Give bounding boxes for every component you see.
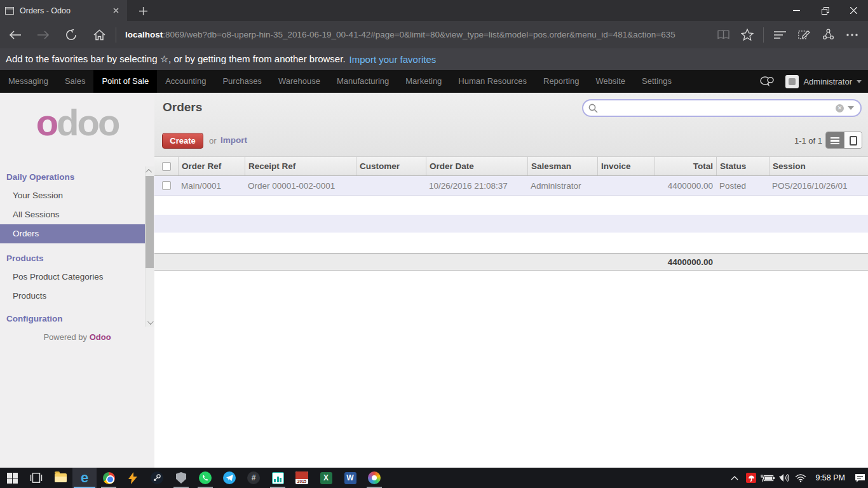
scroll-up-icon[interactable] bbox=[146, 166, 154, 175]
dark-app-button[interactable]: # bbox=[241, 468, 266, 488]
sidebar-item-your-session[interactable]: Your Session bbox=[0, 186, 146, 205]
menu-sales[interactable]: Sales bbox=[57, 70, 94, 93]
sidebar-item-pos-product-categories[interactable]: Pos Product Categories bbox=[0, 268, 146, 287]
menu-accounting[interactable]: Accounting bbox=[157, 70, 214, 93]
messages-icon[interactable] bbox=[760, 76, 774, 87]
battery-icon[interactable] bbox=[759, 468, 776, 488]
or-label: or bbox=[209, 136, 217, 146]
table-row[interactable]: Main/0001 Order 00001-002-0001 10/26/201… bbox=[154, 176, 868, 196]
menu-point-of-sale[interactable]: Point of Sale bbox=[93, 70, 157, 93]
volume-icon[interactable] bbox=[776, 468, 792, 488]
cell-receipt-ref[interactable]: Order 00001-002-0001 bbox=[245, 176, 356, 195]
menu-messaging[interactable]: Messaging bbox=[0, 70, 57, 93]
share-icon[interactable] bbox=[816, 24, 840, 46]
cell-total[interactable]: 4400000.00 bbox=[654, 176, 716, 195]
menu-purchases[interactable]: Purchases bbox=[214, 70, 269, 93]
web-note-icon[interactable] bbox=[792, 24, 816, 46]
col-customer[interactable]: Customer bbox=[356, 157, 426, 175]
cell-order-ref[interactable]: Main/0001 bbox=[178, 176, 245, 195]
whatsapp-button[interactable] bbox=[193, 468, 217, 488]
list-view-button[interactable] bbox=[826, 132, 844, 149]
media-player-button[interactable] bbox=[121, 468, 145, 488]
hub-icon[interactable] bbox=[768, 24, 792, 46]
select-all-checkbox[interactable] bbox=[154, 157, 178, 175]
odoo-brand: Odoo bbox=[90, 332, 111, 342]
action-center-icon[interactable] bbox=[851, 468, 868, 488]
minimize-button[interactable] bbox=[782, 0, 811, 21]
chart-app-button[interactable] bbox=[266, 468, 290, 488]
browser-tab[interactable]: Orders - Odoo bbox=[0, 0, 127, 21]
file-explorer-button[interactable] bbox=[48, 468, 72, 488]
sidebar-scrollbar[interactable] bbox=[145, 166, 154, 327]
col-status[interactable]: Status bbox=[716, 157, 769, 175]
chrome-taskbar-button[interactable] bbox=[97, 468, 121, 488]
task-view-button[interactable] bbox=[24, 468, 48, 488]
search-clear-icon[interactable]: ✕ bbox=[836, 104, 844, 112]
cell-status[interactable]: Posted bbox=[716, 176, 769, 195]
menu-manufacturing[interactable]: Manufacturing bbox=[329, 70, 397, 93]
restore-button[interactable] bbox=[811, 0, 839, 21]
menu-website[interactable]: Website bbox=[587, 70, 634, 93]
tray-expand-icon[interactable] bbox=[726, 468, 743, 488]
table-row-empty bbox=[154, 215, 868, 233]
sidebar-item-products[interactable]: Products bbox=[0, 287, 146, 306]
col-total[interactable]: Total bbox=[654, 157, 716, 175]
home-icon[interactable] bbox=[86, 24, 112, 46]
avira-tray-button[interactable] bbox=[743, 468, 759, 488]
menu-warehouse[interactable]: Warehouse bbox=[270, 70, 329, 93]
col-receipt-ref[interactable]: Receipt Ref bbox=[245, 157, 356, 175]
import-favorites-link[interactable]: Import your favorites bbox=[349, 54, 437, 65]
start-button[interactable] bbox=[0, 468, 24, 488]
more-icon[interactable] bbox=[840, 24, 864, 46]
cell-order-date[interactable]: 10/26/2016 21:08:37 bbox=[426, 176, 527, 195]
reading-view-icon[interactable] bbox=[711, 24, 735, 46]
menu-human-resources[interactable]: Human Resources bbox=[450, 70, 535, 93]
wifi-icon[interactable] bbox=[792, 468, 809, 488]
scrollbar-thumb[interactable] bbox=[146, 176, 154, 268]
menu-settings[interactable]: Settings bbox=[634, 70, 680, 93]
new-tab-icon[interactable] bbox=[136, 4, 150, 18]
taskbar-clock[interactable]: 9:58 PM bbox=[809, 473, 851, 482]
user-menu[interactable]: Administrator bbox=[803, 77, 852, 86]
close-button[interactable] bbox=[839, 0, 868, 21]
url-field[interactable]: localhost:8069/web?db=o8-uperp-hin-35_20… bbox=[120, 30, 711, 39]
lightning-icon bbox=[128, 472, 137, 484]
paint-app-button[interactable] bbox=[362, 468, 386, 488]
cell-invoice[interactable] bbox=[597, 176, 654, 195]
telegram-button[interactable] bbox=[217, 468, 241, 488]
powered-by: Powered by Odoo bbox=[0, 332, 154, 342]
tab-close-icon[interactable] bbox=[109, 4, 122, 17]
favorites-star-icon[interactable] bbox=[735, 24, 759, 46]
col-salesman[interactable]: Salesman bbox=[527, 157, 597, 175]
row-checkbox[interactable] bbox=[154, 176, 178, 195]
whatsapp-icon bbox=[199, 471, 212, 484]
col-invoice[interactable]: Invoice bbox=[597, 157, 654, 175]
refresh-icon[interactable] bbox=[58, 24, 84, 46]
back-icon[interactable] bbox=[3, 24, 28, 46]
tab-title: Orders - Odoo bbox=[20, 6, 109, 15]
steam-button[interactable] bbox=[145, 468, 169, 488]
office-2015-button[interactable]: 2015 bbox=[290, 468, 314, 488]
shield-app-button[interactable] bbox=[169, 468, 193, 488]
word-button[interactable]: W bbox=[338, 468, 362, 488]
col-order-date[interactable]: Order Date bbox=[426, 157, 527, 175]
cell-customer[interactable] bbox=[356, 176, 426, 195]
sidebar-item-all-sessions[interactable]: All Sessions bbox=[0, 205, 146, 224]
cell-salesman[interactable]: Administrator bbox=[527, 176, 597, 195]
sidebar-item-orders[interactable]: Orders bbox=[0, 224, 146, 243]
excel-button[interactable]: X bbox=[314, 468, 338, 488]
kanban-view-button[interactable] bbox=[844, 132, 862, 149]
scroll-down-icon[interactable] bbox=[146, 318, 154, 327]
menu-reporting[interactable]: Reporting bbox=[535, 70, 587, 93]
menu-marketing[interactable]: Marketing bbox=[397, 70, 450, 93]
import-link[interactable]: Import bbox=[220, 135, 247, 145]
cell-session[interactable]: POS/2016/10/26/01 bbox=[769, 176, 868, 195]
forward-icon[interactable] bbox=[31, 24, 56, 46]
col-order-ref[interactable]: Order Ref bbox=[178, 157, 245, 175]
search-input[interactable] bbox=[602, 104, 836, 113]
edge-taskbar-button[interactable]: e bbox=[72, 468, 97, 488]
create-button[interactable]: Create bbox=[162, 133, 203, 149]
search-options-caret-icon[interactable] bbox=[848, 106, 854, 110]
col-session[interactable]: Session bbox=[769, 157, 868, 175]
user-avatar[interactable] bbox=[785, 75, 799, 88]
